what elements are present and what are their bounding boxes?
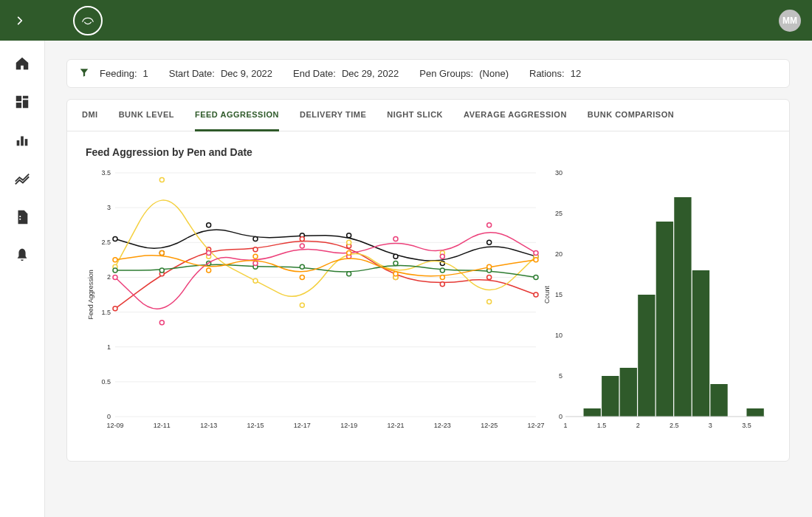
- svg-text:Feed Aggression: Feed Aggression: [87, 270, 94, 320]
- tab-dmi[interactable]: DMI: [82, 100, 98, 131]
- histogram-chart: 05101520253011.522.533.5Count: [543, 165, 772, 446]
- sidebar-item-trends[interactable]: [14, 171, 30, 187]
- tab-bunk-comparison[interactable]: BUNK COMPARISON: [588, 100, 674, 131]
- sidebar-toggle[interactable]: [11, 12, 29, 30]
- svg-point-93: [440, 275, 444, 279]
- start-date-label: Start Date:: [169, 68, 215, 79]
- line-chart: 00.511.522.533.512-0912-1112-1312-1512-1…: [86, 165, 543, 446]
- svg-text:1: 1: [107, 343, 111, 351]
- tab-feed-aggression[interactable]: FEED AGGRESSION: [195, 100, 279, 131]
- svg-point-39: [253, 237, 258, 242]
- svg-rect-8: [19, 219, 21, 220]
- sidebar: [0, 41, 45, 517]
- end-date-value: Dec 29, 2022: [342, 68, 399, 79]
- svg-point-79: [253, 261, 258, 266]
- svg-point-80: [300, 244, 304, 248]
- charts-row: 00.511.522.533.512-0912-1112-1312-1512-1…: [86, 165, 771, 446]
- sidebar-item-dashboard[interactable]: [14, 94, 30, 110]
- svg-text:12-13: 12-13: [200, 422, 217, 429]
- svg-point-77: [159, 321, 164, 325]
- svg-point-44: [487, 240, 492, 244]
- svg-rect-113: [638, 295, 655, 417]
- svg-point-61: [347, 240, 351, 244]
- tab-average-aggression[interactable]: AVERAGE AGGRESSION: [464, 100, 567, 131]
- svg-point-42: [393, 254, 398, 258]
- svg-text:12-25: 12-25: [481, 422, 498, 429]
- sidebar-item-reports[interactable]: [14, 209, 30, 225]
- svg-text:12-15: 12-15: [247, 422, 264, 429]
- svg-rect-0: [16, 96, 21, 101]
- app-logo[interactable]: [73, 6, 103, 35]
- pen-groups-label: Pen Groups:: [419, 68, 473, 79]
- svg-text:12-17: 12-17: [294, 422, 311, 429]
- dashboard-icon: [14, 94, 30, 110]
- filter-icon[interactable]: [79, 67, 89, 80]
- svg-text:0: 0: [559, 413, 562, 420]
- svg-point-84: [487, 223, 492, 227]
- svg-rect-110: [584, 408, 601, 417]
- home-icon: [14, 55, 30, 72]
- svg-rect-114: [656, 222, 673, 417]
- svg-point-86: [113, 258, 117, 262]
- svg-text:30: 30: [555, 169, 562, 177]
- svg-point-50: [300, 237, 304, 242]
- svg-rect-117: [710, 384, 727, 417]
- svg-text:3.5: 3.5: [101, 169, 111, 177]
- svg-rect-112: [620, 368, 637, 417]
- sidebar-item-charts[interactable]: [14, 132, 30, 148]
- svg-point-94: [487, 264, 492, 269]
- svg-point-41: [347, 233, 351, 238]
- svg-text:Count: Count: [543, 286, 551, 304]
- user-avatar[interactable]: MM: [779, 10, 801, 32]
- sidebar-item-home[interactable]: [14, 55, 30, 72]
- svg-point-49: [253, 247, 258, 252]
- svg-point-71: [347, 272, 351, 276]
- sidebar-item-alerts[interactable]: [14, 247, 30, 264]
- svg-point-54: [487, 275, 492, 279]
- svg-text:3: 3: [709, 422, 712, 429]
- svg-point-83: [440, 254, 444, 258]
- svg-text:12-09: 12-09: [106, 422, 123, 429]
- svg-text:12-23: 12-23: [434, 422, 451, 429]
- start-date-value: Dec 9, 2022: [221, 68, 272, 79]
- svg-text:2.5: 2.5: [101, 239, 111, 246]
- chart-title: Feed Aggression by Pen and Date: [86, 146, 771, 158]
- svg-point-70: [300, 264, 304, 269]
- filter-bar: Feeding: 1 Start Date: Dec 9, 2022 End D…: [66, 59, 790, 88]
- svg-text:0: 0: [107, 413, 111, 420]
- svg-text:1: 1: [563, 422, 567, 429]
- tab-night-slick[interactable]: NIGHT SLICK: [387, 100, 443, 131]
- svg-rect-6: [25, 139, 28, 145]
- svg-point-46: [113, 307, 117, 311]
- rations-value: 12: [571, 68, 581, 79]
- svg-point-36: [113, 237, 117, 242]
- svg-text:3.5: 3.5: [742, 422, 751, 429]
- svg-point-73: [440, 268, 444, 273]
- svg-rect-111: [602, 376, 619, 417]
- tab-bunk-level[interactable]: BUNK LEVEL: [119, 100, 174, 131]
- svg-point-53: [440, 282, 444, 287]
- svg-text:2: 2: [636, 422, 640, 429]
- chevron-right-icon: [15, 16, 25, 26]
- logo-icon: [80, 13, 96, 29]
- top-bar: MM: [0, 0, 812, 41]
- tab-delivery-time[interactable]: DELIVERY TIME: [300, 100, 366, 131]
- svg-point-87: [159, 250, 164, 255]
- svg-text:1.5: 1.5: [597, 422, 607, 429]
- chart-card: DMIBUNK LEVELFEED AGGRESSIONDELIVERY TIM…: [66, 99, 790, 462]
- feeding-value: 1: [143, 68, 148, 79]
- svg-rect-2: [23, 100, 28, 108]
- svg-text:5: 5: [559, 372, 562, 380]
- svg-point-38: [207, 223, 211, 227]
- svg-point-88: [207, 268, 211, 273]
- svg-text:2.5: 2.5: [670, 422, 679, 429]
- svg-text:12-11: 12-11: [154, 422, 171, 429]
- end-date-label: End Date:: [293, 68, 336, 79]
- bell-icon: [14, 247, 30, 264]
- svg-text:20: 20: [555, 250, 562, 258]
- svg-point-75: [534, 275, 538, 279]
- svg-rect-116: [692, 270, 709, 417]
- trend-icon: [14, 171, 30, 187]
- svg-point-78: [207, 250, 211, 255]
- svg-rect-7: [19, 216, 21, 217]
